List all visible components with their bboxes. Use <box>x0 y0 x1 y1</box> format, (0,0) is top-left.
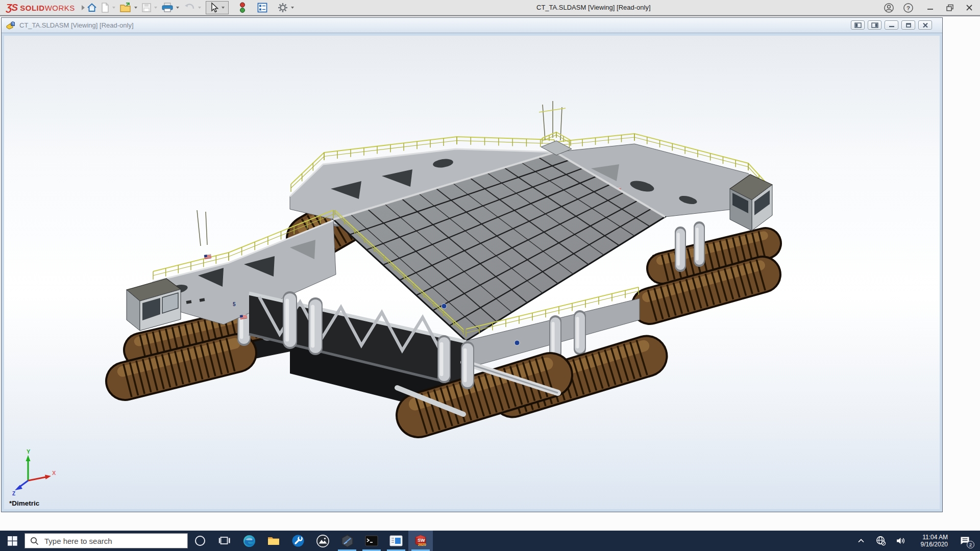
tray-volume-button[interactable] <box>894 531 908 551</box>
help-button[interactable]: ? <box>902 2 914 13</box>
taskbar-app-hex-tool[interactable] <box>335 531 359 551</box>
save-caret[interactable] <box>154 7 157 9</box>
collapse-right-pane-button[interactable] <box>868 20 881 30</box>
doc-restore-icon <box>905 22 912 28</box>
restore-button[interactable] <box>944 2 955 13</box>
report-list-icon <box>257 2 268 13</box>
taskbar-app-task-view[interactable] <box>212 531 237 551</box>
options-button[interactable] <box>276 1 290 14</box>
restore-icon <box>946 4 954 12</box>
graphics-viewport[interactable]: 55 Y X Z *Dimetric <box>4 36 940 509</box>
wrench-circle-icon <box>291 534 305 547</box>
report-button[interactable] <box>255 1 270 14</box>
svg-text:SW: SW <box>418 538 425 543</box>
account-button[interactable] <box>883 2 894 13</box>
svg-text:?: ? <box>906 5 910 11</box>
clock-date: 9/16/2020 <box>914 541 948 548</box>
gear-icon <box>277 2 288 13</box>
taskbar-app-command-prompt[interactable] <box>359 531 384 551</box>
pane-left-icon <box>854 22 862 28</box>
doc-close-icon <box>922 22 929 28</box>
notification-badge: 2 <box>967 541 974 548</box>
print-icon <box>161 2 174 13</box>
print-caret[interactable] <box>176 7 179 9</box>
window-title: CT_TA.SLDASM [Viewing] [Read-only] <box>536 0 651 15</box>
open-button[interactable] <box>118 1 133 14</box>
file-explorer-icon <box>267 534 280 547</box>
document-window: CT_TA.SLDASM [Viewing] [Read-only] <box>1 17 943 512</box>
close-icon <box>965 4 973 12</box>
taskbar-search[interactable] <box>24 533 188 548</box>
open-caret[interactable] <box>134 7 137 9</box>
minimize-icon <box>926 4 935 12</box>
hydraulic-cylinder <box>553 321 555 353</box>
select-cursor-icon <box>209 2 219 13</box>
hydraulic-cylinder <box>442 342 444 377</box>
document-restore-button[interactable] <box>901 20 915 30</box>
hexagon-tool-icon <box>340 534 354 548</box>
tray-chevron-button[interactable] <box>854 531 868 551</box>
windows-taskbar: SW 2020 <box>0 531 980 551</box>
taskbar-app-file-explorer[interactable] <box>261 531 286 551</box>
windows-start-icon <box>8 536 17 546</box>
quick-access-toolbar <box>85 0 297 15</box>
save-icon <box>141 3 152 13</box>
pane-right-icon <box>871 22 878 28</box>
svg-text:Z: Z <box>12 491 15 496</box>
globe-no-internet-icon <box>876 536 886 546</box>
search-input[interactable] <box>43 536 171 546</box>
action-center-button[interactable]: 2 <box>954 531 975 551</box>
speaker-icon <box>896 536 906 545</box>
document-close-button[interactable] <box>918 20 932 30</box>
logo-expand-arrow-icon[interactable] <box>82 5 85 10</box>
collapse-left-pane-button[interactable] <box>851 20 865 30</box>
minimize-button[interactable] <box>925 2 936 13</box>
select-tool-button[interactable] <box>207 1 220 14</box>
svg-text:X: X <box>52 470 56 476</box>
account-icon <box>884 3 894 13</box>
taskbar-app-cortana[interactable] <box>188 531 212 551</box>
taskbar-app-support[interactable] <box>286 531 310 551</box>
home-button[interactable] <box>85 1 99 14</box>
document-window-buttons <box>851 20 932 30</box>
taskbar-app-edge[interactable] <box>237 531 261 551</box>
hydraulic-cylinder <box>678 232 680 266</box>
undo-button[interactable] <box>182 1 197 14</box>
search-icon <box>30 537 39 545</box>
document-minimize-button[interactable] <box>885 20 898 30</box>
display-states-button[interactable] <box>237 1 248 14</box>
assembly-document-icon <box>6 21 16 30</box>
new-document-button[interactable] <box>99 1 111 14</box>
viewport-frame: 55 Y X Z *Dimetric <box>2 33 942 512</box>
orientation-triad: Y X Z <box>11 449 58 496</box>
new-document-caret[interactable] <box>112 7 115 9</box>
us-flag-decal <box>240 314 247 319</box>
tray-network-button[interactable] <box>874 531 888 551</box>
nasa-logo-decal <box>442 304 447 309</box>
new-document-icon <box>101 2 110 13</box>
solidworks-logo-text: SOLIDWORKS <box>20 4 75 12</box>
title-bar: ƷS SOLIDWORKS <box>0 0 980 15</box>
print-button[interactable] <box>160 1 175 14</box>
edge-icon <box>242 534 256 548</box>
hydraulic-cylinder <box>313 305 315 348</box>
close-button[interactable] <box>964 2 975 13</box>
svg-text:2020: 2020 <box>418 543 426 546</box>
taskbar-app-window[interactable] <box>384 531 408 551</box>
nasa-logo-decal <box>514 340 520 345</box>
solidworks-window: ƷS SOLIDWORKS <box>0 0 980 551</box>
select-tool-caret[interactable] <box>222 7 225 9</box>
taskbar-app-solidworks[interactable]: SW 2020 <box>408 531 433 551</box>
taskbar-clock[interactable]: 11:04 AM 9/16/2020 <box>914 534 948 548</box>
app-window-icon <box>389 535 403 547</box>
document-title: CT_TA.SLDASM [Viewing] [Read-only] <box>19 21 134 29</box>
mdi-client-area: CT_TA.SLDASM [Viewing] [Read-only] <box>0 15 980 531</box>
document-titlebar: CT_TA.SLDASM [Viewing] [Read-only] <box>2 18 942 33</box>
start-button[interactable] <box>0 531 24 551</box>
undo-caret[interactable] <box>198 7 201 9</box>
clock-time: 11:04 AM <box>914 534 948 541</box>
taskbar-app-photos[interactable] <box>310 531 335 551</box>
save-button[interactable] <box>140 1 153 14</box>
options-caret[interactable] <box>291 7 294 9</box>
3ds-logo-mark: ƷS <box>6 2 17 13</box>
